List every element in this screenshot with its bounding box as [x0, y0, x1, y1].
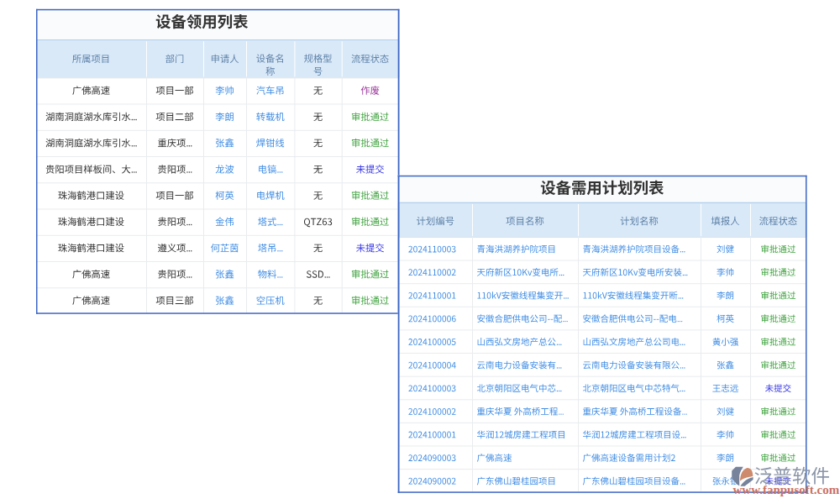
svg-text:www.fanpusoft.com: www.fanpusoft.com	[733, 483, 840, 496]
